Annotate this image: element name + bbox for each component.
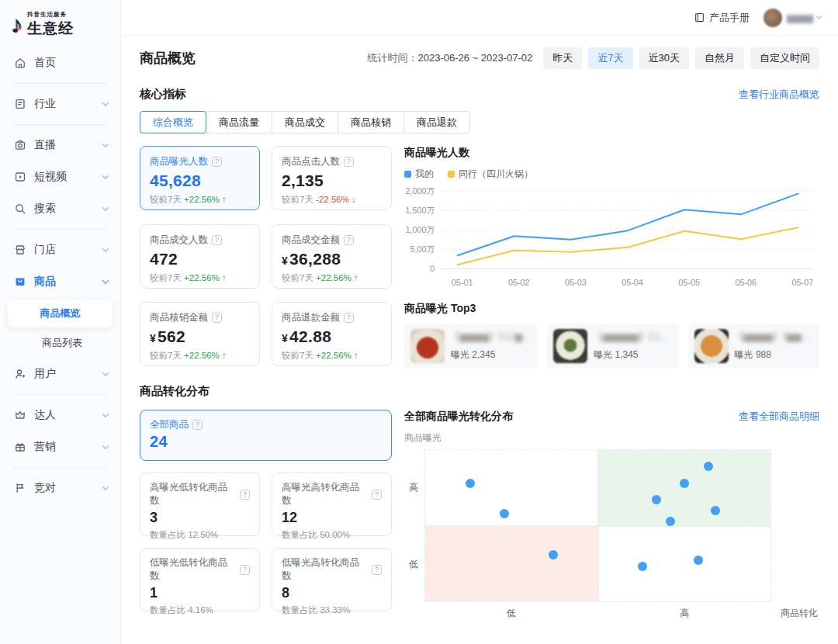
sidebar-item-label: 用户 bbox=[34, 367, 95, 381]
metric-label: 高曝光高转化商品数 bbox=[282, 481, 368, 507]
help-icon[interactable]: ? bbox=[372, 490, 382, 500]
sidebar-item-live[interactable]: 直播 bbox=[0, 130, 120, 161]
sidebar-item-search[interactable]: 搜索 bbox=[0, 193, 120, 224]
metric-card-refund-amount[interactable]: 商品退款金额? ¥42.88 较前7天 +22.56% ↑ bbox=[272, 302, 392, 366]
filter-last7days-button[interactable]: 近7天 bbox=[588, 47, 632, 69]
help-icon[interactable]: ? bbox=[344, 235, 354, 245]
conv-card-high-high[interactable]: 高曝光高转化商品数? 12 数量占比 50.00% bbox=[272, 473, 392, 536]
help-icon[interactable]: ? bbox=[344, 157, 354, 167]
currency-symbol: ¥ bbox=[282, 332, 288, 345]
help-icon[interactable]: ? bbox=[344, 313, 354, 323]
x-tick-high: 高 bbox=[680, 607, 689, 620]
exposure-label: 曝光 bbox=[735, 349, 753, 360]
help-icon[interactable]: ? bbox=[240, 490, 250, 500]
divider bbox=[12, 83, 108, 84]
sidebar-item-product[interactable]: 商品 bbox=[0, 266, 120, 297]
filter-custom-time-button[interactable]: 自定义时间 bbox=[750, 47, 819, 69]
legend-label: 同行（四川火锅） bbox=[459, 168, 533, 181]
filter-yesterday-button[interactable]: 昨天 bbox=[543, 47, 582, 69]
sidebar-item-marketing[interactable]: 营销 bbox=[0, 431, 120, 462]
filter-natural-month-button[interactable]: 自然月 bbox=[695, 47, 744, 69]
sidebar-subitem-label: 商品概览 bbox=[40, 306, 81, 320]
delta-value: +22.56% bbox=[184, 195, 220, 204]
metric-value: 2,135 bbox=[282, 171, 382, 190]
conv-card-high-low[interactable]: 高曝光低转化商品数? 3 数量占比 12.50% bbox=[140, 473, 260, 536]
user-menu[interactable]: ▆▆▆▆ bbox=[764, 9, 821, 27]
storefront-icon bbox=[14, 244, 26, 256]
sidebar-item-user[interactable]: 用户 bbox=[0, 358, 120, 390]
compare-label: 较前7天 bbox=[150, 195, 182, 204]
sidebar-item-label: 营销 bbox=[34, 440, 95, 454]
sidebar-subitem-product-overview[interactable]: 商品概览 bbox=[8, 299, 113, 327]
sidebar-item-home[interactable]: 首页 bbox=[0, 47, 120, 78]
help-icon[interactable]: ? bbox=[212, 313, 222, 323]
legend-item-mine: 我的 bbox=[404, 168, 434, 181]
metric-card-exposure[interactable]: 商品曝光人数? 45,628 较前7天 +22.56% ↑ bbox=[140, 146, 260, 210]
y-tick-low: 低 bbox=[409, 557, 418, 570]
sidebar-item-label: 短视频 bbox=[34, 170, 95, 184]
compare-label: 较前7天 bbox=[282, 195, 313, 204]
metric-label: 商品成交金额 bbox=[282, 234, 340, 247]
metric-value: 24 bbox=[150, 433, 382, 451]
conv-card-low-high[interactable]: 低曝光高转化商品数? 8 数量占比 33.33% bbox=[272, 548, 392, 611]
scatter-body: 高 低 bbox=[404, 449, 819, 602]
top3-item[interactable]: 【▆▆▆▆▆】C1… 曝光 1,345 bbox=[547, 324, 678, 369]
metric-value: 562 bbox=[158, 327, 185, 345]
scatter-x-ticks: 低 高 商品转化 bbox=[424, 602, 771, 619]
quadrant-top-left bbox=[425, 450, 598, 526]
help-icon[interactable]: ? bbox=[372, 565, 382, 575]
sidebar-subitem-product-list[interactable]: 商品列表 bbox=[8, 330, 113, 356]
help-icon[interactable]: ? bbox=[212, 157, 222, 167]
sidebar-item-store[interactable]: 门店 bbox=[0, 234, 120, 265]
tab-verify[interactable]: 商品核销 bbox=[338, 111, 404, 133]
svg-text:0: 0 bbox=[430, 264, 435, 273]
metric-label: 低曝光高转化商品数 bbox=[282, 556, 368, 583]
all-products-card[interactable]: 全部商品? 24 bbox=[140, 410, 392, 461]
core-metrics-title: 核心指标 bbox=[140, 87, 186, 102]
metric-card-verify-amount[interactable]: 商品核销金额? ¥562 较前7天 +22.56% ↑ bbox=[140, 302, 260, 366]
svg-text:2,000万: 2,000万 bbox=[406, 186, 435, 196]
ratio-label: 数量占比 bbox=[150, 605, 185, 615]
user-name-masked: ▆▆▆▆ bbox=[787, 12, 812, 23]
conv-card-low-low[interactable]: 低曝光低转化商品数? 1 数量占比 4.16% bbox=[140, 548, 260, 611]
top3-item[interactable]: 【▆▆▆▆】3▆▆… 曝光 988 bbox=[688, 324, 819, 369]
chevron-down-icon bbox=[102, 277, 109, 283]
video-play-icon bbox=[14, 171, 26, 183]
conversion-grid: 全部商品? 24 高曝光低转化商品数? 3 数量占比 12.50% 高曝光高转化… bbox=[140, 410, 819, 619]
tab-deal[interactable]: 商品成交 bbox=[272, 111, 338, 133]
chevron-down-icon bbox=[102, 172, 109, 178]
user-icon bbox=[14, 368, 26, 380]
tab-traffic[interactable]: 商品流量 bbox=[206, 111, 272, 133]
industry-overview-link[interactable]: 查看行业商品概览 bbox=[739, 88, 819, 102]
sidebar-item-industry[interactable]: 行业 bbox=[0, 88, 120, 119]
delta-value: +22.56% bbox=[316, 273, 351, 282]
dish-image bbox=[410, 329, 445, 363]
ratio-value: 4.16% bbox=[188, 605, 213, 615]
all-products-detail-link[interactable]: 查看全部商品明细 bbox=[739, 410, 819, 424]
metric-card-deal-users[interactable]: 商品成交人数? 472 较前7天 +22.56% ↑ bbox=[140, 224, 260, 289]
tab-refund[interactable]: 商品退款 bbox=[403, 111, 470, 133]
tab-overview[interactable]: 综合概览 bbox=[140, 111, 206, 133]
help-icon[interactable]: ? bbox=[240, 565, 250, 575]
sidebar-item-competitor[interactable]: 竞对 bbox=[0, 473, 120, 504]
chevron-down-icon bbox=[102, 140, 109, 147]
chevron-down-icon bbox=[102, 204, 109, 210]
metric-card-deal-amount[interactable]: 商品成交金额? ¥36,288 较前7天 +22.56% ↑ bbox=[272, 224, 392, 289]
filter-last30days-button[interactable]: 近30天 bbox=[639, 47, 689, 69]
help-icon[interactable]: ? bbox=[212, 235, 222, 245]
metric-card-click[interactable]: 商品点击人数? 2,135 较前7天 -22.56% ↓ bbox=[272, 146, 392, 210]
trend-up-icon: ↑ bbox=[222, 351, 227, 360]
exposure-line-chart: 05,00万1,000万1,500万2,000万05-0105-0205-030… bbox=[404, 182, 819, 296]
douyin-note-icon: ♪ bbox=[11, 13, 23, 36]
metric-value: 42.88 bbox=[289, 327, 331, 345]
product-manual-button[interactable]: 产品手册 bbox=[694, 11, 750, 25]
top3-item[interactable]: 【▆▆▆▆】C12▆… 曝光 2,345 bbox=[404, 324, 538, 369]
chevron-down-icon bbox=[102, 245, 109, 251]
compare-label: 较前7天 bbox=[150, 351, 182, 360]
product-manual-label: 产品手册 bbox=[709, 11, 750, 25]
svg-text:05-03: 05-03 bbox=[565, 278, 587, 287]
sidebar-item-talent[interactable]: 达人 bbox=[0, 400, 120, 431]
sidebar-item-short-video[interactable]: 短视频 bbox=[0, 161, 120, 192]
help-icon[interactable]: ? bbox=[192, 420, 203, 430]
metric-label: 商品成交人数 bbox=[150, 234, 208, 247]
